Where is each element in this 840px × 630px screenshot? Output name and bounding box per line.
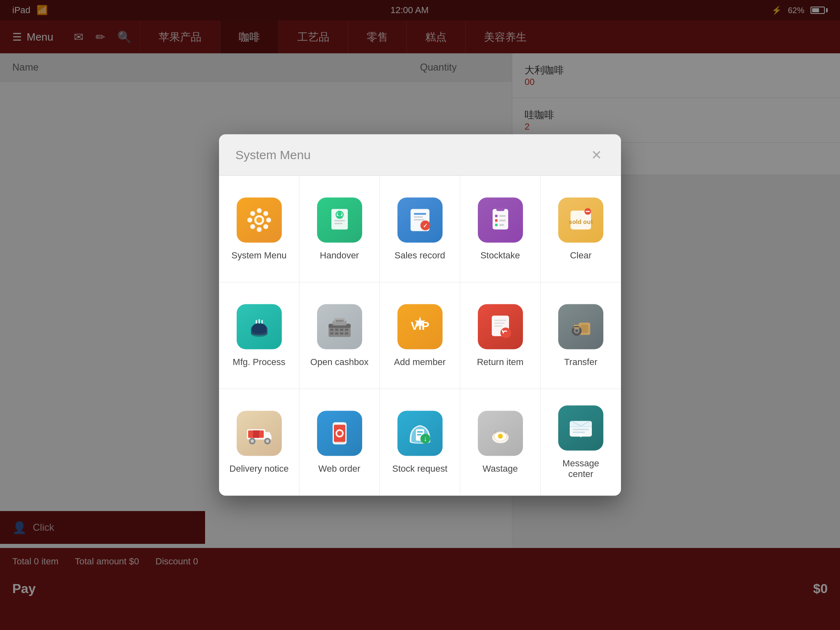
return-item-label: Return item (477, 356, 524, 367)
add-member-label: Add member (394, 356, 446, 367)
menu-item-mfg-process[interactable]: Mfg. Process (219, 283, 299, 389)
mfg-process-icon (237, 304, 282, 349)
svg-rect-16 (337, 216, 342, 218)
menu-item-clear[interactable]: sold out Clear (541, 176, 621, 283)
svg-rect-25 (495, 215, 498, 217)
delivery-notice-icon (237, 411, 282, 456)
add-member-icon: VIP (397, 304, 443, 349)
svg-rect-92 (573, 429, 589, 430)
mfg-process-label: Mfg. Process (233, 356, 285, 367)
svg-rect-27 (495, 219, 498, 221)
menu-item-add-member[interactable]: VIP Add member (380, 283, 460, 389)
stock-request-icon: ↓ (397, 411, 443, 456)
sales-record-icon: ✓ (397, 197, 443, 242)
svg-rect-28 (499, 219, 506, 221)
svg-rect-12 (334, 220, 345, 221)
clear-icon: sold out (558, 197, 603, 242)
web-order-icon (317, 411, 362, 456)
svg-rect-80 (417, 431, 423, 433)
svg-rect-29 (495, 224, 498, 226)
svg-rect-56 (494, 320, 507, 321)
svg-rect-50 (345, 332, 348, 334)
svg-rect-23 (493, 209, 508, 229)
stocktake-label: Stocktake (480, 250, 520, 260)
svg-point-59 (500, 327, 511, 338)
svg-rect-18 (414, 213, 426, 215)
modal-title: System Menu (235, 148, 310, 162)
system-menu-modal: System Menu ✕ System Menu (219, 135, 621, 496)
svg-rect-61 (581, 324, 588, 333)
svg-point-87 (498, 434, 503, 439)
svg-point-7 (263, 224, 268, 229)
menu-item-stocktake[interactable]: Stocktake (460, 176, 541, 283)
system-menu-label: System Menu (231, 250, 287, 260)
menu-item-web-order[interactable]: Web order (299, 389, 380, 496)
svg-point-1 (256, 217, 262, 223)
menu-item-wastage[interactable]: Wastage (460, 389, 541, 496)
menu-item-message-center[interactable]: Message center (541, 389, 621, 496)
clear-label: Clear (570, 250, 592, 260)
svg-rect-26 (499, 215, 506, 217)
svg-point-69 (251, 440, 254, 443)
stocktake-icon (478, 197, 523, 242)
svg-point-15 (338, 212, 342, 216)
menu-grid: System Menu Handover (219, 176, 621, 496)
svg-rect-24 (496, 208, 504, 211)
svg-rect-43 (330, 329, 333, 331)
open-cashbox-icon: www (317, 304, 362, 349)
svg-text:↓: ↓ (423, 434, 427, 443)
svg-rect-49 (340, 332, 343, 334)
transfer-label: Transfer (564, 356, 597, 367)
svg-rect-45 (340, 329, 343, 331)
svg-rect-47 (330, 332, 333, 334)
svg-rect-20 (414, 219, 424, 220)
svg-rect-48 (335, 332, 338, 334)
svg-point-8 (263, 211, 268, 216)
svg-rect-30 (499, 224, 504, 226)
svg-point-71 (266, 440, 269, 443)
web-order-label: Web order (318, 463, 360, 474)
menu-item-system-menu[interactable]: System Menu (219, 176, 299, 283)
svg-text:✓: ✓ (423, 222, 428, 228)
menu-item-sales-record[interactable]: ✓ Sales record (380, 176, 460, 283)
svg-rect-46 (345, 329, 348, 331)
wastage-label: Wastage (482, 463, 518, 474)
menu-item-stock-request[interactable]: ↓ Stock request (380, 389, 460, 496)
svg-rect-13 (334, 223, 342, 224)
menu-item-open-cashbox[interactable]: www Open cashbox (299, 283, 380, 389)
modal-close-button[interactable]: ✕ (588, 147, 605, 163)
svg-point-2 (257, 208, 262, 213)
svg-point-4 (247, 217, 252, 222)
wastage-icon (478, 411, 523, 456)
menu-item-transfer[interactable]: Transfer (541, 283, 621, 389)
svg-point-5 (266, 217, 271, 222)
svg-point-9 (250, 224, 255, 229)
menu-item-delivery-notice[interactable]: Delivery notice (219, 389, 299, 496)
svg-rect-81 (417, 434, 421, 436)
menu-item-return-item[interactable]: Return item (460, 283, 541, 389)
handover-icon (317, 197, 362, 242)
open-cashbox-label: Open cashbox (310, 356, 369, 367)
modal-header: System Menu ✕ (219, 135, 621, 176)
svg-rect-73 (253, 431, 259, 438)
system-menu-icon (237, 197, 282, 242)
svg-rect-90 (570, 425, 592, 427)
return-item-icon (478, 304, 523, 349)
svg-point-6 (250, 211, 255, 216)
svg-point-77 (337, 431, 342, 436)
handover-label: Handover (320, 250, 359, 260)
stock-request-label: Stock request (392, 463, 447, 474)
svg-text:www: www (335, 318, 344, 322)
svg-text:sold out: sold out (569, 218, 593, 225)
svg-rect-58 (494, 325, 502, 326)
svg-rect-93 (573, 432, 585, 433)
svg-point-3 (257, 227, 262, 232)
transfer-icon (558, 304, 603, 349)
message-center-icon (558, 406, 603, 451)
menu-item-handover[interactable]: Handover (299, 176, 380, 283)
svg-rect-57 (494, 322, 504, 324)
svg-rect-19 (414, 216, 423, 217)
svg-point-64 (575, 329, 578, 332)
svg-rect-44 (335, 329, 338, 331)
sales-record-label: Sales record (395, 250, 445, 260)
